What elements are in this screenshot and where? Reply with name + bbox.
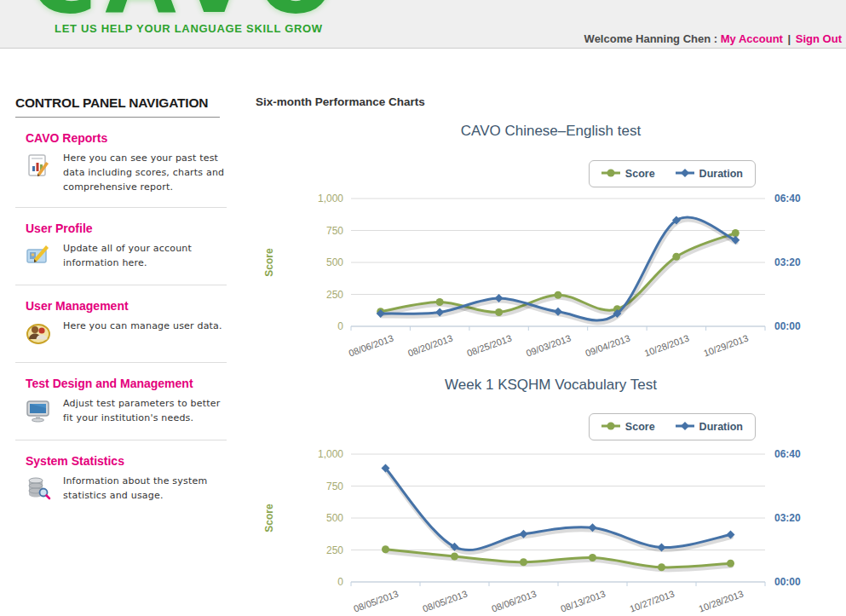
svg-text:08/06/2013: 08/06/2013 bbox=[490, 589, 538, 614]
svg-text:0: 0 bbox=[337, 320, 343, 332]
legend-label-score: Score bbox=[625, 421, 655, 433]
svg-text:00:00: 00:00 bbox=[774, 576, 801, 588]
svg-text:00:00: 00:00 bbox=[774, 320, 801, 332]
cavo-reports-description: Here you can see your past test data inc… bbox=[63, 151, 230, 194]
chart2-title: Week 1 KSQHM Vocabulary Test bbox=[256, 377, 846, 394]
svg-text:08/06/2013: 08/06/2013 bbox=[348, 333, 395, 359]
performance-chart-1: 1,000750500250006:4003:2000:00Score08/06… bbox=[256, 192, 846, 366]
svg-text:06:40: 06:40 bbox=[774, 448, 801, 460]
svg-text:10/28/2013: 10/28/2013 bbox=[643, 333, 691, 359]
control-panel-navigation: CONTROL PANEL NAVIGATION CAVO Reports He… bbox=[15, 95, 230, 504]
legend-item-duration[interactable]: Duration bbox=[676, 166, 743, 181]
legend-item-duration[interactable]: Duration bbox=[676, 419, 743, 435]
svg-text:Score: Score bbox=[263, 248, 275, 277]
sidebar-item-user-profile: User Profile Update all of your account … bbox=[15, 222, 230, 285]
performance-chart-2: 1,000750500250006:4003:2000:00Score08/05… bbox=[256, 447, 846, 616]
my-account-link[interactable]: My Account bbox=[721, 32, 783, 45]
legend-item-score[interactable]: Score bbox=[601, 419, 655, 435]
test-design-description: Adjust test parameters to better fit you… bbox=[63, 396, 230, 425]
svg-text:Score: Score bbox=[263, 504, 275, 533]
svg-text:03:20: 03:20 bbox=[774, 512, 801, 524]
link-separator: | bbox=[786, 32, 793, 45]
svg-text:10/27/2013: 10/27/2013 bbox=[628, 589, 676, 614]
sidebar-divider bbox=[15, 285, 227, 285]
test-design-link[interactable]: Test Design and Management bbox=[26, 377, 230, 390]
svg-text:09/04/2013: 09/04/2013 bbox=[584, 333, 631, 359]
svg-text:09/03/2013: 09/03/2013 bbox=[525, 333, 573, 359]
svg-text:08/25/2013: 08/25/2013 bbox=[465, 333, 513, 359]
sidebar-heading: CONTROL PANEL NAVIGATION bbox=[15, 95, 220, 118]
tagline: LET US HELP YOUR LANGUAGE SKILL GROW bbox=[55, 22, 323, 35]
monitor-icon bbox=[26, 398, 53, 427]
main-content: Six-month Performance Charts CAVO Chines… bbox=[256, 95, 846, 616]
svg-text:08/05/2013: 08/05/2013 bbox=[352, 589, 400, 614]
legend-item-score[interactable]: Score bbox=[601, 166, 655, 181]
svg-text:08/13/2013: 08/13/2013 bbox=[559, 589, 607, 614]
page-title: Six-month Performance Charts bbox=[256, 95, 846, 108]
duration-marker-icon bbox=[676, 166, 694, 181]
sign-out-link[interactable]: Sign Out bbox=[796, 32, 842, 45]
welcome-bar: Welcome Hanning Chen : My Account | Sign… bbox=[584, 32, 842, 45]
chart1-legend: Score Duration bbox=[589, 160, 756, 187]
legend-label-duration: Duration bbox=[699, 168, 743, 180]
system-statistics-description: Information about the system statistics … bbox=[63, 474, 230, 503]
svg-text:250: 250 bbox=[326, 289, 343, 301]
database-search-icon bbox=[26, 475, 53, 504]
svg-text:06:40: 06:40 bbox=[774, 193, 801, 204]
sidebar-item-user-management: User Management Here you can manage user… bbox=[15, 299, 230, 363]
score-marker-icon bbox=[601, 166, 620, 181]
system-statistics-link[interactable]: System Statistics bbox=[26, 454, 230, 468]
user-management-link[interactable]: User Management bbox=[26, 299, 230, 313]
svg-text:08/20/2013: 08/20/2013 bbox=[406, 333, 454, 359]
user-management-description: Here you can manage user data. bbox=[63, 319, 230, 333]
user-profile-link[interactable]: User Profile bbox=[26, 222, 230, 235]
svg-text:10/28/2013: 10/28/2013 bbox=[697, 589, 745, 614]
sidebar-divider bbox=[15, 362, 227, 363]
chart2-legend: Score Duration bbox=[589, 413, 756, 440]
svg-text:500: 500 bbox=[326, 256, 343, 268]
legend-label-duration: Duration bbox=[699, 421, 743, 433]
sidebar-item-system-statistics: System Statistics Information about the … bbox=[15, 454, 230, 504]
svg-text:08/05/2013: 08/05/2013 bbox=[421, 589, 469, 614]
duration-marker-icon bbox=[676, 419, 694, 435]
svg-text:1,000: 1,000 bbox=[318, 448, 343, 460]
sidebar-divider bbox=[15, 207, 227, 208]
chart1-title: CAVO Chinese–English test bbox=[256, 123, 846, 140]
profile-edit-icon bbox=[26, 243, 53, 272]
users-icon bbox=[26, 320, 53, 349]
svg-text:750: 750 bbox=[326, 481, 343, 492]
sidebar-item-test-design: Test Design and Management Adjust test p… bbox=[15, 377, 230, 440]
report-chart-icon bbox=[26, 153, 53, 181]
svg-text:1,000: 1,000 bbox=[318, 193, 343, 204]
svg-text:750: 750 bbox=[326, 225, 343, 237]
svg-text:250: 250 bbox=[326, 544, 343, 556]
sidebar-item-cavo-reports: CAVO Reports Here you can see your past … bbox=[15, 131, 230, 208]
svg-text:500: 500 bbox=[326, 512, 343, 524]
user-profile-description: Update all of your account information h… bbox=[63, 241, 230, 270]
sidebar-divider bbox=[15, 440, 227, 440]
cavo-reports-link[interactable]: CAVO Reports bbox=[26, 131, 230, 145]
svg-text:10/29/2013: 10/29/2013 bbox=[702, 333, 750, 359]
svg-text:0: 0 bbox=[337, 576, 343, 588]
legend-label-score: Score bbox=[625, 168, 655, 180]
page-header: CAVO LET US HELP YOUR LANGUAGE SKILL GRO… bbox=[0, 0, 846, 49]
svg-text:03:20: 03:20 bbox=[774, 256, 801, 268]
welcome-text: Welcome Hanning Chen : bbox=[584, 32, 718, 45]
score-marker-icon bbox=[601, 419, 620, 435]
